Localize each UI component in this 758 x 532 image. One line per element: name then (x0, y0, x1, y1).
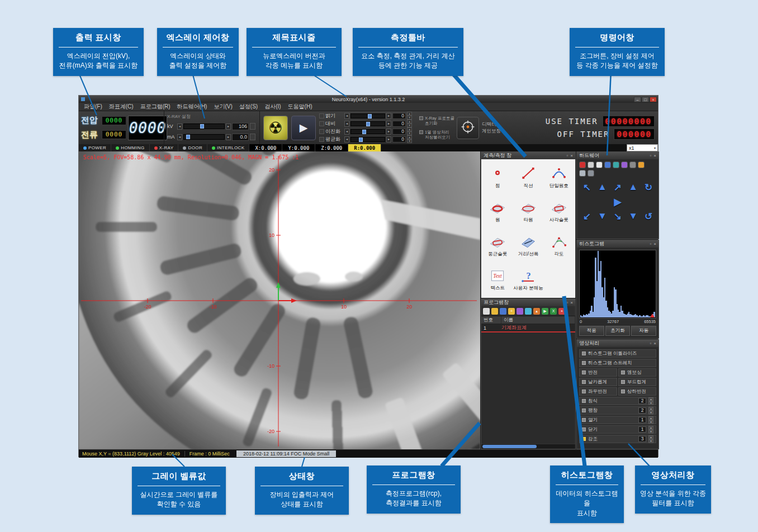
menu-item-7[interactable]: 도움말(H) (285, 103, 315, 111)
jog-arrow-2-1-icon[interactable]: ▼ (595, 209, 610, 224)
slider-stepper[interactable]: ▴▾ (407, 120, 412, 127)
measure-tool-distance[interactable]: 거리/선폭 (513, 229, 544, 263)
jog-arrow-2-2-icon[interactable]: ↘ (610, 209, 626, 224)
checkbox-icon[interactable] (582, 428, 586, 431)
slider-stepper[interactable]: ▴▾ (407, 112, 412, 120)
measure-tool-circle[interactable]: 원 (482, 194, 513, 229)
maximize-icon[interactable]: □ (642, 97, 649, 102)
menu-item-1[interactable]: 좌표계(C) (106, 103, 136, 111)
stepper-down-icon[interactable]: ▾ (648, 430, 653, 434)
kv-slider[interactable] (183, 124, 225, 129)
measure-panel-header[interactable]: 계측/측정 창 ▫ × (481, 152, 575, 159)
measure-tool-single-arc[interactable]: 단일원호 (543, 160, 574, 194)
slider-option-icon[interactable] (319, 121, 324, 126)
jog-arrow-0-4-icon[interactable]: ↻ (641, 180, 656, 194)
ma-set-button[interactable] (250, 134, 255, 140)
jog-arrow-0-1-icon[interactable]: ▲ (595, 180, 610, 194)
stepper-down-icon[interactable]: ▾ (648, 411, 653, 415)
stepper-up-icon[interactable]: ▴ (407, 135, 412, 139)
excel-export-icon[interactable]: X (550, 308, 557, 315)
panel-close-icon[interactable]: × (653, 153, 656, 158)
histogram-button-0[interactable]: 적용 (579, 326, 604, 336)
table-icon[interactable] (517, 308, 523, 315)
snapshot-icon[interactable] (588, 162, 594, 168)
close-icon[interactable]: × (650, 97, 657, 102)
live-view-icon[interactable] (596, 162, 603, 168)
pin-icon[interactable]: ▫ (650, 341, 651, 346)
checkbox-icon[interactable] (582, 352, 586, 355)
slider-left-icon[interactable]: ◂ (344, 113, 349, 119)
panel-close-icon[interactable]: × (653, 241, 656, 246)
save-icon[interactable] (500, 308, 506, 315)
measure-tool-rect-slot[interactable]: 사각슬롯 (543, 194, 574, 229)
zoom-select[interactable]: x1 ▾ (627, 144, 658, 151)
jog-arrow-2-3-icon[interactable]: ▼ (626, 209, 641, 224)
menu-item-5[interactable]: 설정(S) (236, 103, 260, 111)
histogram-button-2[interactable]: 자동 (631, 326, 656, 336)
indicator-power[interactable]: POWER (79, 144, 111, 151)
xray-image-canvas[interactable]: 20 10 -10 -20 -20 -10 10 20 Scale=5, FOV… (79, 151, 480, 449)
new-file-icon[interactable] (483, 308, 490, 315)
measure-tool-text[interactable]: Text텍스트 (482, 263, 513, 297)
stepper-down-icon[interactable]: ▾ (648, 420, 653, 424)
run-icon[interactable]: ▶ (542, 308, 548, 315)
crosshair-icon[interactable] (604, 162, 611, 168)
folder-add-icon[interactable]: + (508, 308, 515, 315)
histogram-panel-header[interactable]: 히스토그램 ▫ × (577, 240, 658, 248)
slider-option-icon[interactable] (319, 137, 324, 142)
measure-tool-angle[interactable]: 각도 (543, 229, 574, 263)
slider-stepper[interactable]: ▴▾ (407, 127, 412, 135)
detector-calibration-button[interactable] (457, 117, 479, 139)
stepper-up-icon[interactable]: ▴ (407, 120, 412, 124)
jog-arrow-0-3-icon[interactable]: ▲ (626, 180, 641, 194)
ma-slider-right-icon[interactable]: ▸ (226, 134, 231, 140)
filter-stepper[interactable]: ▴▾ (648, 426, 653, 434)
stepper-up-icon[interactable]: ▴ (648, 435, 653, 439)
slider-left-icon[interactable]: ◂ (344, 121, 349, 127)
slider-thumb[interactable] (368, 114, 372, 118)
monitor-icon[interactable] (579, 170, 586, 177)
image-processing-panel-header[interactable]: 영상처리 ▫ × (577, 340, 658, 347)
hardware-panel-header[interactable]: 하드웨어 ▫ × (577, 152, 658, 159)
menu-item-2[interactable]: 프로그램(R) (138, 103, 173, 111)
program-column-header-0[interactable]: 번호 (481, 316, 501, 324)
slider-option-icon[interactable] (319, 129, 324, 134)
filter-item-2-1[interactable]: 엠보싱 (618, 368, 656, 377)
ma-value-field[interactable]: 0.0 (232, 134, 249, 141)
slider-right-icon[interactable]: ▸ (386, 121, 391, 127)
open-folder-icon[interactable] (491, 308, 498, 315)
ma-slider[interactable] (183, 134, 225, 140)
filter-item-1[interactable]: 히스토그램 스트레치 (579, 359, 656, 367)
slider-right-icon[interactable]: ▸ (386, 113, 391, 119)
menu-item-4[interactable]: 보기(V) (211, 103, 235, 111)
filter-item-8[interactable]: 닫기1▴▾ (579, 425, 656, 434)
checkbox-icon[interactable] (419, 130, 423, 134)
scrollbar-thumb[interactable] (482, 445, 537, 448)
stepper-down-icon[interactable]: ▾ (648, 439, 653, 443)
measure-icon[interactable] (613, 162, 619, 168)
checkbox-icon[interactable] (582, 418, 586, 422)
slider-right-icon[interactable]: ▸ (386, 136, 391, 142)
delete-icon[interactable]: × (558, 308, 565, 315)
stepper-up-icon[interactable]: ▴ (407, 112, 412, 116)
jog-arrow-2-0-icon[interactable]: ↙ (579, 209, 595, 224)
xray-protocol-option[interactable]: X-Ray 프로토콜 초기화 (419, 116, 454, 126)
program-column-header-1[interactable]: 이름 (501, 316, 575, 324)
kv-value-field[interactable]: 106 (232, 123, 249, 130)
kv-slider-right-icon[interactable]: ▸ (226, 124, 231, 130)
slider-right-icon[interactable]: ▸ (386, 129, 391, 135)
program-row[interactable]: 1기계좌표계 (481, 324, 575, 332)
slider-left-icon[interactable]: ◂ (344, 136, 349, 142)
checkbox-icon[interactable] (582, 408, 586, 412)
filter-item-3-0[interactable]: 날카롭게 (579, 378, 617, 386)
program-hscrollbar[interactable] (481, 444, 575, 449)
xray-on-button[interactable]: ☢ (263, 116, 288, 140)
slider-track[interactable] (350, 137, 385, 142)
start-button[interactable]: ▶ (291, 116, 316, 140)
minimize-icon[interactable]: – (634, 97, 641, 102)
slider-track[interactable] (350, 113, 385, 118)
panel-close-icon[interactable]: × (653, 341, 656, 346)
indicator-interlock[interactable]: INTERLOCK (207, 144, 249, 151)
filter-item-5[interactable]: 침식2▴▾ (579, 397, 656, 405)
pin-icon[interactable]: ▫ (650, 241, 651, 246)
